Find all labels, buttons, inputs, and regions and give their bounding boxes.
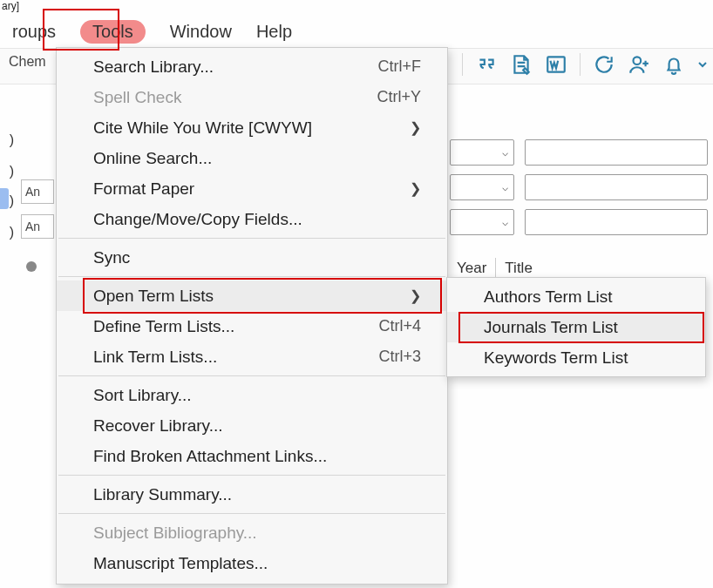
record-dot-icon — [26, 261, 37, 272]
filter-combo[interactable]: ⌵ — [450, 174, 514, 200]
chevron-right-icon: ❯ — [410, 180, 421, 197]
menu-item-label: Library Summary... — [93, 485, 232, 504]
chevron-right-icon: ❯ — [410, 287, 421, 304]
menu-tools[interactable]: Tools — [68, 17, 158, 47]
toolbar-icons — [462, 51, 708, 78]
menu-separator — [58, 238, 445, 239]
menu-item-label: Journals Term List — [484, 318, 618, 337]
menu-separator — [58, 375, 445, 376]
menu-separator — [58, 475, 445, 476]
filter-text[interactable] — [525, 174, 708, 200]
menu-library-summary[interactable]: Library Summary... — [57, 479, 447, 510]
menu-item-label: Open Term Lists — [93, 287, 214, 306]
left-field-cell[interactable]: An — [21, 179, 54, 204]
svg-point-1 — [634, 57, 642, 64]
menu-separator — [58, 513, 445, 514]
left-field-cell[interactable]: An — [21, 214, 54, 239]
submenu-keywords-term-list[interactable]: Keywords Term List — [447, 342, 705, 373]
menu-recover-library[interactable]: Recover Library... — [57, 410, 447, 441]
left-marker: ) — [0, 129, 14, 152]
menu-item-shortcut: Ctrl+3 — [378, 348, 421, 366]
chevron-down-icon: ⌵ — [502, 146, 508, 159]
window-caption-fragment: ary] — [0, 0, 19, 12]
quote-icon[interactable] — [475, 53, 498, 76]
menu-item-shortcut: Ctrl+F — [378, 57, 422, 76]
menu-item-label: Search Library... — [93, 57, 214, 77]
menu-item-label: Change/Move/Copy Fields... — [93, 210, 302, 229]
menu-find-broken-links[interactable]: Find Broken Attachment Links... — [57, 441, 447, 471]
menu-help[interactable]: Help — [244, 18, 304, 45]
sync-icon[interactable] — [593, 53, 615, 76]
add-user-icon[interactable] — [628, 53, 650, 76]
menu-item-label: Cite While You Write [CWYW] — [93, 118, 312, 138]
menu-subject-bibliography: Subject Bibliography... — [57, 517, 447, 548]
toolbar-left-label: Chem — [9, 54, 46, 70]
filter-combo[interactable]: ⌵ — [450, 209, 514, 235]
menu-search-library[interactable]: Search Library... Ctrl+F — [57, 51, 447, 82]
menu-item-label: Format Paper — [93, 179, 194, 199]
menu-item-label: Find Broken Attachment Links... — [93, 447, 327, 466]
menu-sync[interactable]: Sync — [57, 242, 447, 273]
toolbar-overflow-icon[interactable] — [697, 53, 708, 76]
menu-item-label: Subject Bibliography... — [93, 524, 257, 543]
left-marker: ) — [0, 221, 14, 244]
menu-manuscript-templates[interactable]: Manuscript Templates... — [57, 548, 447, 578]
left-marker: ) — [0, 190, 14, 213]
menu-item-label: Keywords Term List — [484, 348, 628, 368]
submenu-authors-term-list[interactable]: Authors Term List — [447, 281, 705, 312]
left-marker: ) — [0, 160, 14, 183]
menu-link-term-lists[interactable]: Link Term Lists... Ctrl+3 — [57, 341, 447, 372]
menu-cwyw[interactable]: Cite While You Write [CWYW] ❯ — [57, 112, 447, 143]
menu-item-label: Online Search... — [93, 149, 212, 168]
tools-menu-panel: Search Library... Ctrl+F Spell Check Ctr… — [56, 47, 448, 585]
menu-online-search[interactable]: Online Search... — [57, 143, 447, 173]
chevron-right-icon: ❯ — [410, 119, 421, 136]
menu-item-label: Sort Library... — [93, 386, 192, 405]
filter-combo[interactable]: ⌵ — [450, 139, 514, 166]
menu-sort-library[interactable]: Sort Library... — [57, 380, 447, 410]
menu-item-label: Define Term Lists... — [93, 317, 234, 336]
menu-window[interactable]: Window — [158, 18, 244, 45]
open-term-lists-submenu: Authors Term List Journals Term List Key… — [446, 277, 706, 377]
submenu-journals-term-list[interactable]: Journals Term List — [447, 312, 705, 342]
toolbar-separator — [462, 53, 463, 76]
menu-item-label: Recover Library... — [93, 416, 223, 436]
menu-item-label: Manuscript Templates... — [93, 554, 268, 573]
word-icon[interactable] — [545, 53, 567, 76]
filter-text[interactable] — [525, 209, 708, 235]
menu-item-shortcut: Ctrl+4 — [378, 317, 421, 335]
toolbar-separator — [580, 53, 581, 76]
menu-open-term-lists[interactable]: Open Term Lists ❯ — [57, 280, 447, 311]
column-year[interactable]: Year — [453, 258, 495, 279]
edit-document-icon[interactable] — [510, 53, 533, 76]
menu-groups[interactable]: roups — [0, 18, 68, 45]
menu-bar: roups Tools Window Help — [0, 16, 304, 47]
chevron-down-icon: ⌵ — [502, 181, 508, 193]
menu-tools-label: Tools — [80, 20, 146, 44]
menu-separator — [58, 276, 445, 277]
menu-item-label: Sync — [93, 248, 130, 267]
menu-format-paper[interactable]: Format Paper ❯ — [57, 173, 447, 204]
results-header: Year Title — [453, 258, 541, 279]
menu-define-term-lists[interactable]: Define Term Lists... Ctrl+4 — [57, 311, 447, 341]
menu-item-label: Spell Check — [93, 88, 181, 107]
menu-spell-check: Spell Check Ctrl+Y — [57, 82, 447, 112]
filter-text[interactable] — [525, 139, 708, 166]
notification-icon[interactable] — [662, 53, 685, 76]
menu-item-label: Link Term Lists... — [93, 348, 217, 367]
chevron-down-icon: ⌵ — [502, 216, 508, 228]
menu-item-shortcut: Ctrl+Y — [377, 88, 421, 106]
menu-change-move-copy[interactable]: Change/Move/Copy Fields... — [57, 204, 447, 234]
column-title[interactable]: Title — [495, 258, 541, 279]
menu-item-label: Authors Term List — [484, 287, 612, 307]
